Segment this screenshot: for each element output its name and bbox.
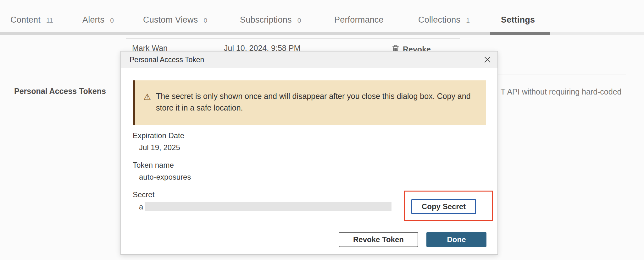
dialog-title: Personal Access Token bbox=[130, 51, 204, 68]
done-button[interactable]: Done bbox=[426, 232, 486, 247]
section-label-personal-access-tokens: Personal Access Tokens bbox=[14, 87, 106, 96]
warning-text: The secret is only shown once and will d… bbox=[156, 90, 480, 114]
expiration-date-label: Expiration Date bbox=[133, 131, 184, 140]
section-description-fragment: T API without requiring hard-coded bbox=[501, 87, 622, 96]
expiration-date-value: Jul 19, 2025 bbox=[139, 143, 180, 152]
revoke-token-button[interactable]: Revoke Token bbox=[339, 232, 418, 247]
close-icon[interactable] bbox=[483, 55, 492, 64]
warning-icon: ⚠ bbox=[143, 93, 151, 101]
token-name-value: auto-exposures bbox=[139, 173, 191, 181]
page: Content 11 Alerts 0 Custom Views 0 Subsc… bbox=[0, 0, 644, 260]
dialog-header: Personal Access Token bbox=[121, 51, 497, 68]
section-divider bbox=[491, 74, 626, 74]
secret-value: a bbox=[139, 203, 143, 211]
personal-access-token-dialog: Personal Access Token ⚠ The secret is on… bbox=[120, 51, 498, 255]
warning-banner: ⚠ The secret is only shown once and will… bbox=[133, 80, 486, 125]
secret-label: Secret bbox=[133, 190, 154, 199]
secret-redacted-bar bbox=[145, 202, 391, 211]
copy-secret-button[interactable]: Copy Secret bbox=[411, 199, 476, 214]
token-name-label: Token name bbox=[133, 161, 174, 170]
table-row-divider bbox=[126, 38, 460, 39]
